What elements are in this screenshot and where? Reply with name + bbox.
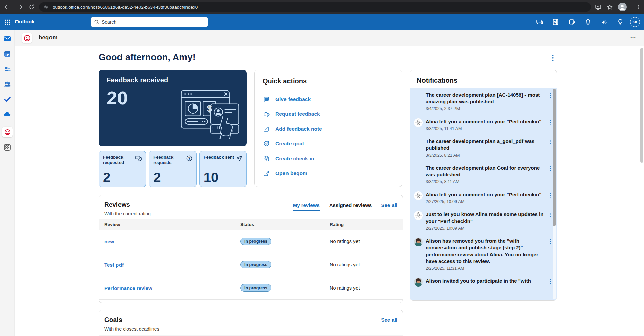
quick-actions-title: Quick actions xyxy=(263,77,394,85)
stat-value: 10 xyxy=(204,170,219,185)
notification-text: Just to let you know Alina made some upd… xyxy=(426,211,544,225)
stat-label: Feedback requests xyxy=(153,155,182,166)
sketch-person-avatar xyxy=(414,191,423,200)
site-info-icon[interactable] xyxy=(43,4,49,10)
app-header-menu-ellipsis[interactable]: … xyxy=(630,32,637,39)
sidebar-item-todo-icon[interactable] xyxy=(3,95,11,103)
review-rating: No ratings yet xyxy=(330,285,397,291)
tab-assigned-reviews[interactable]: Assigned reviews xyxy=(329,202,372,210)
goals-see-all-link[interactable]: See all xyxy=(381,317,397,323)
browser-toolbar: outlook.office.com/host/65861d6a-da52-4e… xyxy=(0,0,644,14)
stat-feedback-sent[interactable]: Feedback sent 10 xyxy=(199,151,247,187)
stat-label: Feedback sent xyxy=(204,155,236,160)
avatar-spacer xyxy=(414,92,423,100)
browser-bookmark-star-icon[interactable] xyxy=(606,3,614,11)
notification-time: 3/4/2025, 2:37 PM xyxy=(426,106,544,111)
reviews-title: Reviews xyxy=(104,201,130,208)
browser-install-icon[interactable] xyxy=(594,3,602,11)
notification-kebab-icon[interactable] xyxy=(549,193,552,198)
goals-card: Goals With the closest deadlines See all xyxy=(99,310,403,336)
action-add-feedback-note[interactable]: Add feedback note xyxy=(263,122,394,136)
sidebar-item-more-apps-icon[interactable] xyxy=(3,143,11,152)
page-scrollbar-thumb[interactable] xyxy=(640,48,643,163)
notification-item[interactable]: The career development plan a_goal_pdf w… xyxy=(410,134,557,161)
browser-menu-kebab-icon[interactable] xyxy=(634,3,642,11)
notification-kebab-icon[interactable] xyxy=(549,212,552,218)
onenote-icon[interactable]: N xyxy=(552,18,560,26)
lightbulb-icon[interactable] xyxy=(617,18,624,26)
action-label: Give feedback xyxy=(275,96,311,102)
chat-icon[interactable] xyxy=(536,18,543,26)
notifications-scrollbar-track[interactable] xyxy=(553,89,556,299)
notification-kebab-icon[interactable] xyxy=(549,239,552,244)
quick-actions-card: Quick actions Give feedback Request feed… xyxy=(254,70,402,187)
photo-avatar xyxy=(414,278,423,287)
notification-item[interactable]: Alina left you a comment on your "Perf c… xyxy=(410,114,557,134)
review-link[interactable]: new xyxy=(104,239,240,244)
notification-time: 2/27/2025, 10:09 AM xyxy=(426,199,541,204)
notification-kebab-icon[interactable] xyxy=(549,166,552,171)
notification-item[interactable]: The career development plan [AC-14058] -… xyxy=(410,88,557,114)
action-open-beqom[interactable]: Open beqom xyxy=(263,166,394,181)
settings-gear-icon[interactable] xyxy=(601,18,608,26)
sidebar-item-calendar-icon[interactable] xyxy=(3,50,11,58)
search-input[interactable] xyxy=(102,19,196,25)
notification-item[interactable]: Alina left you a comment on your "Perf c… xyxy=(410,187,557,207)
action-create-goal[interactable]: Create goal xyxy=(263,136,394,151)
svg-text:$: $ xyxy=(207,103,212,114)
browser-back-icon[interactable] xyxy=(3,3,11,11)
status-badge: In progress xyxy=(240,238,271,245)
bell-icon[interactable] xyxy=(584,18,592,26)
notification-kebab-icon[interactable] xyxy=(549,279,552,284)
sidebar-item-mail-icon[interactable] xyxy=(3,35,11,43)
notification-item[interactable]: Just to let you know Alina made some upd… xyxy=(410,207,557,234)
account-avatar[interactable]: KK xyxy=(630,17,640,27)
app-launcher-waffle-icon[interactable] xyxy=(2,16,13,27)
notification-time: 2/25/2025, 11:31 AM xyxy=(426,266,544,271)
search-icon xyxy=(94,19,99,25)
notifications-scrollbar-thumb[interactable] xyxy=(553,89,556,226)
sidebar-item-groups-icon[interactable] xyxy=(3,80,11,88)
browser-address-bar[interactable]: outlook.office.com/host/65861d6a-da52-4e… xyxy=(39,2,591,12)
reviews-see-all-link[interactable]: See all xyxy=(381,202,397,208)
quick-actions-list: Give feedback Request feedback Add feedb… xyxy=(263,92,394,181)
notification-item[interactable]: Alison has removed you from the "with co… xyxy=(410,234,557,274)
sidebar-item-people-icon[interactable] xyxy=(3,65,11,73)
notification-time: 2/27/2025, 10:09 AM xyxy=(426,226,544,231)
stat-value: 2 xyxy=(153,170,161,185)
reviews-card: Reviews With the current rating My revie… xyxy=(99,195,403,303)
stat-feedback-requested[interactable]: Feedback requested 2 xyxy=(99,151,146,187)
notification-item[interactable]: Alison invited you to participate in the… xyxy=(410,274,557,287)
browser-reload-icon[interactable] xyxy=(28,3,36,11)
table-row: Test pdf In progress No ratings yet xyxy=(99,253,403,276)
request-feedback-icon xyxy=(263,110,270,118)
tab-my-reviews[interactable]: My reviews xyxy=(293,202,320,211)
stat-feedback-requests[interactable]: Feedback requests ? 2 xyxy=(149,151,196,187)
sidebar-item-onedrive-icon[interactable] xyxy=(3,110,11,119)
sidebar-item-beqom[interactable] xyxy=(2,127,13,137)
action-give-feedback[interactable]: Give feedback xyxy=(263,92,394,107)
beqom-smiley-icon xyxy=(4,129,11,135)
stat-label: Feedback requested xyxy=(103,155,132,166)
action-create-check-in[interactable]: Create check-in xyxy=(263,151,394,166)
column-rating: Rating xyxy=(330,222,397,227)
notification-kebab-icon[interactable] xyxy=(549,120,552,125)
notification-text: The career development plan [AC-14058] -… xyxy=(426,92,544,105)
avatar-spacer xyxy=(414,138,423,147)
search-box[interactable] xyxy=(91,17,208,27)
review-link[interactable]: Performance review xyxy=(104,285,240,291)
column-review: Review xyxy=(104,222,240,227)
browser-forward-icon[interactable] xyxy=(15,3,24,11)
page-options-kebab-icon[interactable] xyxy=(551,54,557,62)
notification-time: 3/3/2025, 8:11 AM xyxy=(426,179,544,184)
status-badge: In progress xyxy=(240,284,271,292)
notification-kebab-icon[interactable] xyxy=(549,93,552,98)
outlook-brand-label[interactable]: Outlook xyxy=(15,19,35,25)
notification-kebab-icon[interactable] xyxy=(549,139,552,145)
notes-icon[interactable] xyxy=(568,18,576,26)
give-feedback-icon xyxy=(263,96,270,103)
browser-profile-avatar[interactable] xyxy=(618,3,627,11)
notification-item[interactable]: The career development plan Goal for eve… xyxy=(410,161,557,187)
action-request-feedback[interactable]: Request feedback xyxy=(263,107,394,122)
review-link[interactable]: Test pdf xyxy=(104,262,240,268)
